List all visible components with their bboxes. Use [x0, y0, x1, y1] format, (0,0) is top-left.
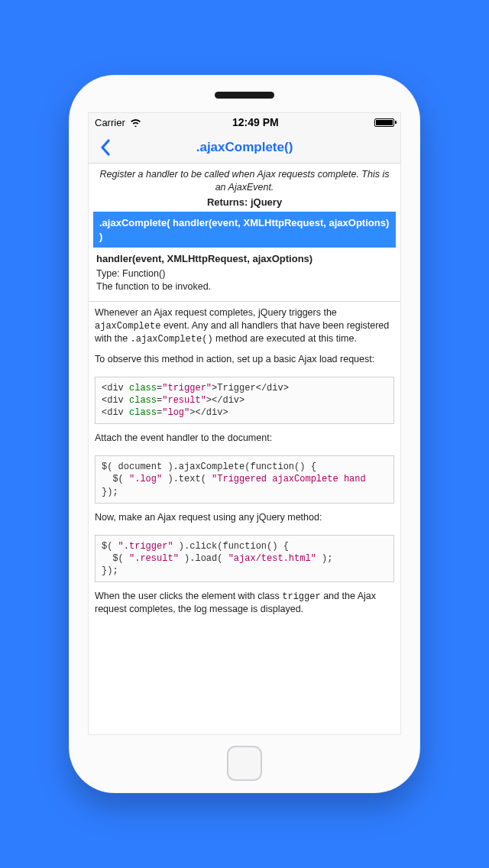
- battery-icon: [374, 118, 394, 127]
- screen: Carrier 12:49 PM .ajaxComplete() Registe…: [88, 112, 401, 735]
- home-button[interactable]: [227, 746, 262, 781]
- param-body: Type: Function() The function to be invo…: [89, 267, 400, 298]
- doc-summary: Register a handler to be called when Aja…: [89, 164, 400, 196]
- clock: 12:49 PM: [141, 116, 370, 128]
- paragraph-3: Attach the event handler to the document…: [89, 432, 400, 452]
- back-button[interactable]: [93, 135, 118, 160]
- paragraph-1: Whenever an Ajax request completes, jQue…: [89, 306, 400, 353]
- phone-frame: Carrier 12:49 PM .ajaxComplete() Registe…: [69, 75, 420, 793]
- divider: [89, 301, 400, 302]
- paragraph-2: To observe this method in action, set up…: [89, 353, 400, 374]
- carrier-label: Carrier: [95, 117, 125, 128]
- phone-speaker: [215, 92, 274, 99]
- paragraph-4: Now, make an Ajax request using any jQue…: [89, 511, 400, 532]
- signature-bar: .ajaxComplete( handler(event, XMLHttpReq…: [93, 212, 396, 248]
- param-desc: The function to be invoked.: [96, 280, 393, 293]
- doc-content[interactable]: Register a handler to be called when Aja…: [89, 164, 400, 734]
- doc-returns: Returns: jQuery: [89, 196, 400, 212]
- code-block-3: $( ".trigger" ).click(function() { $( ".…: [95, 535, 394, 583]
- param-type: Type: Function(): [96, 267, 393, 280]
- code-block-1: <div class="trigger">Trigger</div> <div …: [95, 377, 394, 425]
- paragraph-5: When the user clicks the element with cl…: [89, 590, 400, 623]
- wifi-icon: [130, 118, 141, 127]
- status-bar: Carrier 12:49 PM: [89, 113, 400, 131]
- param-heading: handler(event, XMLHttpRequest, ajaxOptio…: [89, 248, 400, 267]
- nav-title: .ajaxComplete(): [89, 140, 400, 155]
- code-block-2: $( document ).ajaxComplete(function() { …: [95, 455, 394, 504]
- nav-bar: .ajaxComplete(): [89, 131, 400, 164]
